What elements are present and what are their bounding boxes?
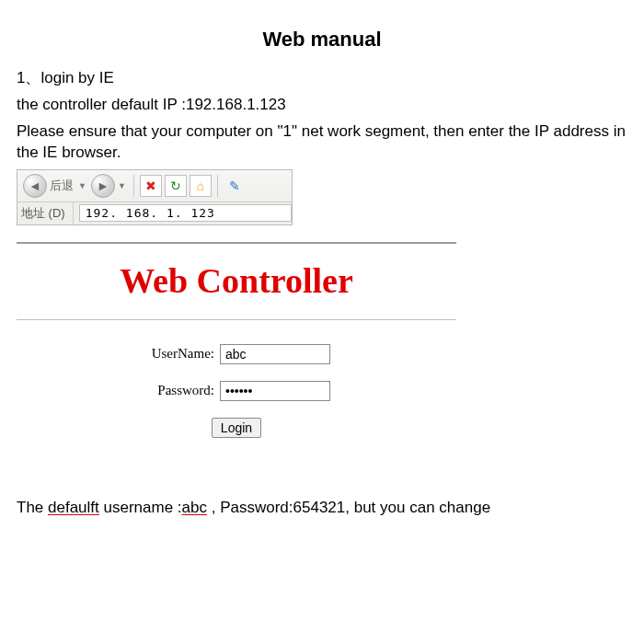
intro-line-1: 1、login by IE [17,68,627,89]
divider-top [17,242,456,244]
back-icon[interactable]: ◄ [23,174,47,198]
address-label: 地址 (D) [17,202,74,224]
username-label: UserName: [143,346,214,362]
address-bar: 地址 (D) 192. 168. 1. 123 [17,201,292,224]
ie-button-row: ◄ 后退 ▼ ► ▼ ✖ ↻ ⌂ ✎ [17,170,292,201]
footer-word-defaulft: defaulft [48,499,99,516]
footer-prefix: The [17,499,48,516]
stop-icon[interactable]: ✖ [140,175,162,197]
refresh-icon[interactable]: ↻ [165,175,187,197]
toolbar-separator-2 [217,175,218,197]
search-icon[interactable]: ✎ [224,175,246,197]
intro-line-3: Please ensure that your computer on "1" … [17,121,627,164]
home-icon[interactable]: ⌂ [190,175,212,197]
ie-toolbar: ◄ 后退 ▼ ► ▼ ✖ ↻ ⌂ ✎ 地址 (D) 192. 168. 1. 1… [17,169,293,225]
footer-mid1: username : [99,499,182,516]
divider-mid [17,319,456,320]
footer-word-abc: abc [182,499,207,516]
page-title: Web manual [17,28,627,52]
back-dropdown-icon[interactable]: ▼ [78,181,86,190]
login-button[interactable]: Login [212,418,261,438]
toolbar-separator [133,175,134,197]
password-row: Password: [17,381,456,401]
password-input[interactable] [220,381,330,401]
username-row: UserName: [17,344,456,364]
intro-line-2: the controller default IP :192.168.1.123 [17,95,627,116]
forward-icon[interactable]: ► [91,174,115,198]
back-button-label[interactable]: 后退 [50,178,74,194]
username-input[interactable] [220,344,330,364]
password-label: Password: [143,383,214,398]
address-input[interactable]: 192. 168. 1. 123 [79,204,292,222]
forward-dropdown-icon[interactable]: ▼ [118,181,126,190]
login-panel: Web Controller UserName: Password: Login [17,242,456,438]
footer-note: The defaulft username :abc , Password:65… [17,499,627,517]
footer-mid2: , Password:654321, but you can change [207,499,490,516]
login-heading: Web Controller [17,255,456,310]
